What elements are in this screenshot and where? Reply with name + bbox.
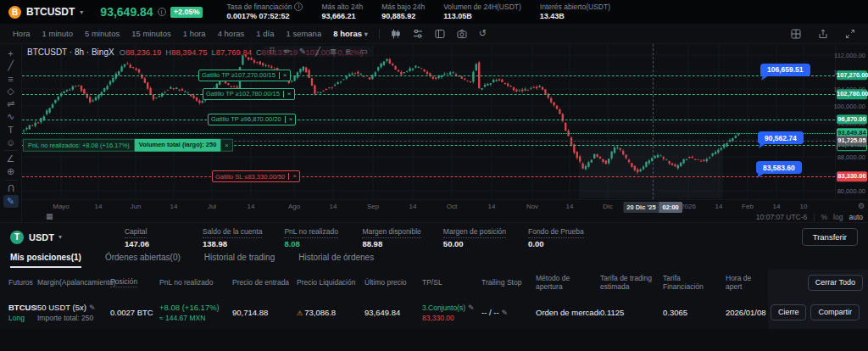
pnl-tag[interactable]: PnL no realizados: +8.08 (+16.17%)Volume… <box>23 139 233 152</box>
legend-ohlc: L87,769.84 <box>211 47 252 57</box>
multichart-layout-icon[interactable] <box>791 29 801 39</box>
channel-icon[interactable]: ≡ <box>3 72 19 85</box>
sl-line-tag[interactable]: Gatillo SL ≤83,330.00/50× <box>212 170 300 182</box>
funding-stat: Tasa de financiacióni 0.0017% 07:52:52 <box>226 3 303 21</box>
x-axis-label: Sep <box>367 203 379 210</box>
tf-4h[interactable]: 4 horas <box>212 29 251 38</box>
x-axis-label: Nov <box>526 203 538 210</box>
tp-line[interactable] <box>22 75 835 76</box>
close-icon[interactable]: × <box>285 116 293 123</box>
tab-my-positions[interactable]: Mis posiciones(1) <box>10 253 81 268</box>
emoji-icon[interactable]: ☺ <box>3 136 19 148</box>
clock[interactable]: 10:07:07 UTC-6 <box>756 213 807 221</box>
tf-5m[interactable]: 5 minutos <box>79 29 125 38</box>
callout-icon[interactable]: ▭ <box>358 47 370 56</box>
close-icon[interactable]: × <box>220 139 232 152</box>
tp-line[interactable] <box>22 120 835 120</box>
x-axis-label: 14 <box>409 203 417 210</box>
layout-template-icon[interactable] <box>435 29 445 39</box>
price-callout[interactable]: 90,562.74 <box>758 131 804 144</box>
asset-selector[interactable]: USDT <box>29 232 54 242</box>
auto-scale-toggle[interactable]: auto <box>849 213 863 221</box>
price-callout[interactable]: 106,659.51 <box>760 64 810 76</box>
go-to-date-icon[interactable]: ▦ <box>46 212 53 220</box>
drag-handle-icon[interactable]: ⠿ <box>266 47 278 56</box>
positions-tabs: Mis posiciones(1) Órdenes abiertas(0) Hi… <box>0 251 868 270</box>
fullscreen-icon[interactable] <box>845 29 855 39</box>
info-icon[interactable]: i <box>158 8 166 16</box>
crosshair-icon[interactable]: + <box>3 47 19 59</box>
share-icon[interactable] <box>818 29 828 39</box>
text-tool-icon[interactable]: T <box>3 123 19 136</box>
edit-tpsl-icon[interactable]: ✎ <box>468 304 475 312</box>
time-axis[interactable]: Mayo14Jun14Jul14Ago14Sep14Oct14Nov14Dic2… <box>0 199 868 211</box>
chart-region[interactable]: Gatillo TP ≥107,270.00/15×Gatillo TP ≥10… <box>0 44 868 222</box>
tp-line-tag[interactable]: Gatillo TP ≥102,780.00/15× <box>203 88 295 100</box>
tf-15m[interactable]: 15 minutos <box>125 29 176 38</box>
tf-1w[interactable]: 1 semana <box>280 29 327 38</box>
edit-margin-icon[interactable]: ✎ <box>89 304 96 312</box>
pencil-icon[interactable]: ✎ <box>297 47 309 56</box>
tf-1d[interactable]: 1 día <box>250 29 280 38</box>
close-position-button[interactable]: Cierre <box>771 304 807 320</box>
position-tool-icon[interactable]: ⇌ <box>3 98 19 110</box>
tf-1m[interactable]: 1 minuto <box>36 29 79 38</box>
tp-line[interactable] <box>22 94 835 95</box>
price-axis[interactable]: 112,000.00108,000.00104,000.00100,000.00… <box>835 44 868 199</box>
parallel-lines-icon[interactable]: ≡ <box>342 47 354 56</box>
position-symbol[interactable]: BTCUSDT <box>8 303 32 312</box>
edit-trailing-icon[interactable]: ✎ <box>502 309 509 317</box>
tp-line-tag[interactable]: Gatillo TP ≥107,270.00/15× <box>198 70 291 81</box>
entry-price: 90,714.88 <box>232 308 297 317</box>
line-tool-icon[interactable]: ╱ <box>312 47 324 56</box>
tab-open-orders[interactable]: Órdenes abiertas(0) <box>105 253 181 266</box>
symbol-selector[interactable]: BTCUSDT <box>26 6 75 18</box>
draw-pencil-icon[interactable]: ✎ <box>3 195 19 208</box>
percent-scale-toggle[interactable]: % <box>821 213 828 221</box>
liquidation-alert-icon: ⚠ <box>297 309 303 317</box>
share-position-button[interactable]: Compartir <box>810 304 860 320</box>
legend-title[interactable]: BTCUSDT · 8h · BingX <box>27 47 114 57</box>
floating-drawing-toolbar[interactable]: ⠿✏✎╱≣≡▭ <box>263 46 373 57</box>
indicators-icon[interactable] <box>413 29 423 39</box>
zoom-in-icon[interactable]: ⊕ <box>3 165 19 178</box>
tf-8h-active[interactable]: 8 horas ▾ <box>327 29 373 38</box>
camera-icon[interactable] <box>457 29 467 39</box>
gear-icon[interactable]: ⚙ <box>858 202 865 210</box>
tab-order-history[interactable]: Historial de órdenes <box>298 253 374 266</box>
brush-icon[interactable]: ∿ <box>3 110 19 123</box>
x-axis-label: Mayo <box>53 203 70 210</box>
chart-toolbar: Hora 1 minuto 5 minutos 15 minutos 1 hor… <box>0 24 868 44</box>
trend-lines-icon[interactable]: ≣ <box>327 47 339 56</box>
close-icon[interactable]: × <box>283 91 292 98</box>
close-all-button[interactable]: Cerrar Todo <box>808 275 863 291</box>
transfer-button[interactable]: Transferir <box>802 228 858 246</box>
tp-line-tag[interactable]: Gatillo TP ≥96,870.00/20× <box>208 114 296 125</box>
tab-trade-history[interactable]: Historial de trading <box>204 253 275 266</box>
price-callout[interactable]: 83,583.60 <box>756 161 802 174</box>
trendline-icon[interactable]: ╱ <box>3 59 19 72</box>
tf-1h[interactable]: 1 hora <box>177 29 212 38</box>
change-badge: +2.05% <box>170 7 203 18</box>
close-icon[interactable]: × <box>279 72 287 79</box>
chevron-down-icon[interactable]: ▾ <box>80 8 83 16</box>
info-icon[interactable]: i <box>294 3 303 11</box>
chart-type-icon[interactable] <box>391 29 401 39</box>
ruler-icon[interactable]: ∠ <box>3 153 19 165</box>
replay-icon[interactable]: ↺ <box>479 28 487 39</box>
sl-line[interactable] <box>22 176 835 177</box>
trial-fund-stat: Fondo de Prueba0.00 <box>528 225 584 249</box>
low-24h-stat: Más bajo 24h90,885.92 <box>381 3 425 21</box>
close-icon[interactable]: × <box>288 173 297 180</box>
x-axis-label: Jun <box>131 203 142 210</box>
xabcd-pattern-icon[interactable]: ◇ <box>3 85 19 98</box>
position-pnl: +8.08 (+16.17%) <box>159 303 227 312</box>
total-amount: Importe total: 250 <box>37 314 105 322</box>
high-24h-stat: Más alto 24h93,666.21 <box>321 3 363 21</box>
chevron-down-icon[interactable]: ▾ <box>58 233 62 241</box>
marker-icon[interactable]: ✏ <box>281 47 293 56</box>
magnet-icon[interactable]: U <box>3 182 19 195</box>
log-scale-toggle[interactable]: log <box>833 213 843 221</box>
selection-box[interactable] <box>579 142 723 198</box>
btc-coin-icon: B <box>8 6 21 19</box>
